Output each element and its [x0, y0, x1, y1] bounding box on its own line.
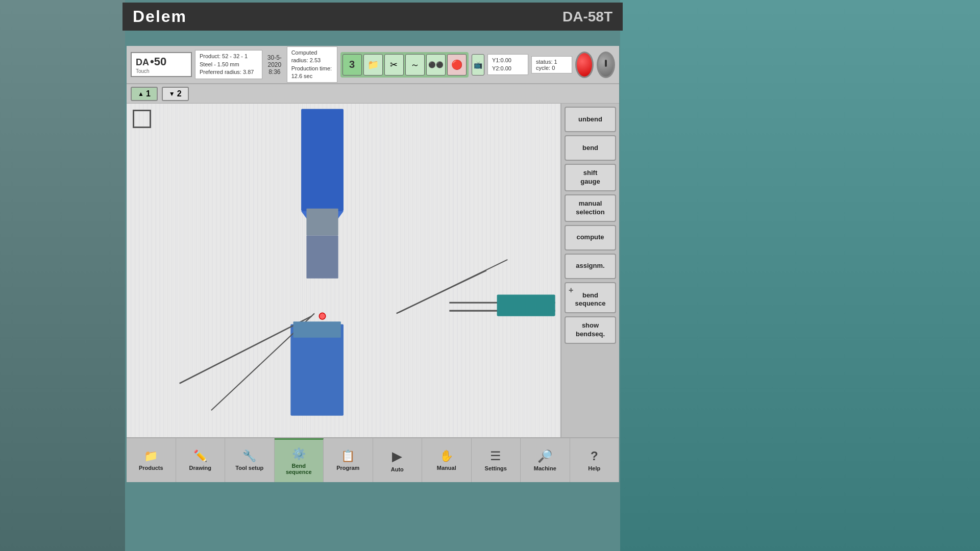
program-icon: 📋	[341, 449, 355, 463]
brand-title: Delem	[133, 7, 187, 26]
settings-icon: ☰	[490, 449, 501, 463]
power-button[interactable]	[597, 52, 615, 78]
machine-icon: 🔎	[537, 449, 553, 463]
step2-arrow: ▼	[169, 90, 175, 97]
product-info: Product: 52 - 32 - 1 Steel - 1.50 mm	[200, 53, 258, 68]
production-time: Production time: 12.6 sec	[291, 65, 333, 81]
shift-gauge-button[interactable]: shift gauge	[565, 164, 616, 191]
tab-program-label: Program	[336, 465, 359, 471]
tab-drawing-label: Drawing	[189, 465, 211, 471]
step-2-button[interactable]: ▼ 2	[162, 87, 189, 101]
tab-settings-label: Settings	[485, 465, 507, 471]
toolbar-btn-dots[interactable]: ⚫⚫	[426, 54, 446, 76]
tab-machine-label: Machine	[534, 465, 556, 471]
manual-selection-button[interactable]: manual selection	[565, 194, 616, 222]
help-icon: ?	[591, 449, 598, 463]
step2-label: 2	[177, 89, 182, 98]
time: 8:36	[265, 68, 284, 76]
product-info-block: Product: 52 - 32 - 1 Steel - 1.50 mm Pre…	[195, 50, 262, 79]
step-1-button[interactable]: ▲ 1	[131, 87, 158, 101]
svg-rect-2	[301, 109, 344, 211]
datetime-block: 30-5-2020 8:36	[265, 54, 284, 76]
bend-drawing-svg	[127, 104, 560, 437]
toolbar-btn-3[interactable]: 3	[342, 54, 362, 76]
toolbar-btn-folder[interactable]: 📁	[363, 54, 383, 76]
tab-tool-setup[interactable]: 🔧 Tool setup	[225, 438, 275, 482]
auto-icon: ▶	[392, 448, 402, 464]
fullscreen-icon[interactable]	[133, 110, 151, 128]
tool-setup-icon: 🔧	[242, 449, 256, 463]
y1-coord: Y1:0.00	[492, 57, 524, 64]
y2-coord: Y2:0.00	[492, 65, 524, 72]
computed-info-block: Computed radius: 2.53 Production time: 1…	[287, 46, 337, 83]
da-label: DA	[136, 57, 149, 68]
bend-sequence-button[interactable]: + bend sequence	[565, 282, 616, 314]
svg-rect-13	[306, 235, 338, 278]
products-icon: 📁	[144, 449, 158, 463]
step1-label: 1	[146, 89, 151, 98]
header-bar: DA •50 Touch Product: 52 - 32 - 1 Steel …	[127, 46, 619, 84]
bottom-tab-bar: 📁 Products ✏️ Drawing 🔧 Tool setup ⚙️ Be…	[127, 437, 619, 482]
tab-bend-sequence[interactable]: ⚙️ Bendsequence	[275, 438, 324, 482]
main-screen: DA •50 Touch Product: 52 - 32 - 1 Steel …	[127, 46, 619, 482]
show-bendseq-button[interactable]: show bendseq.	[565, 316, 616, 344]
model-title: DA-58T	[562, 9, 612, 25]
status: status: 1	[536, 59, 568, 65]
toolbar-btn-wave[interactable]: ～	[405, 54, 425, 76]
tab-settings[interactable]: ☰ Settings	[472, 438, 521, 482]
svg-rect-11	[497, 294, 555, 316]
computed-radius: Computed radius: 2.53	[291, 49, 333, 65]
da-block: DA •50 Touch	[131, 52, 192, 77]
tab-program[interactable]: 📋 Program	[324, 438, 373, 482]
manual-icon: ✋	[439, 449, 453, 463]
step1-arrow: ▲	[138, 90, 144, 97]
tab-products-label: Products	[139, 465, 163, 471]
tab-auto-label: Auto	[391, 466, 404, 472]
right-sidebar: unbend bend shift gauge manual selection…	[560, 104, 619, 437]
tab-manual[interactable]: ✋ Manual	[422, 438, 472, 482]
step-bar: ▲ 1 ▼ 2	[127, 84, 619, 104]
cycle: cycle: 0	[536, 65, 568, 71]
tab-auto[interactable]: ▶ Auto	[373, 438, 423, 482]
tab-help[interactable]: ? Help	[570, 438, 620, 482]
drawing-icon: ✏️	[193, 449, 207, 463]
toolbar-btn-record[interactable]: 🔴	[447, 54, 467, 76]
tab-bend-seq-label: Bendsequence	[286, 463, 312, 475]
toolbar-buttons: 3 📁 ✂ ～ ⚫⚫ 🔴	[340, 52, 469, 78]
tab-products[interactable]: 📁 Products	[127, 438, 176, 482]
bend-button[interactable]: bend	[565, 135, 616, 161]
tab-manual-label: Manual	[437, 465, 456, 471]
canvas-area	[127, 104, 560, 437]
date: 30-5-2020	[265, 54, 284, 68]
bend-seq-icon: ⚙️	[292, 447, 306, 461]
main-content: unbend bend shift gauge manual selection…	[127, 104, 619, 437]
left-machine-panel	[0, 0, 125, 551]
brand-bar: Delem DA-58T	[122, 3, 623, 31]
status-block: status: 1 cycle: 0	[531, 56, 572, 73]
compute-button[interactable]: compute	[565, 225, 616, 251]
da-touch: Touch	[136, 68, 187, 74]
tab-machine[interactable]: 🔎 Machine	[521, 438, 570, 482]
tab-drawing[interactable]: ✏️ Drawing	[176, 438, 226, 482]
emergency-stop-button[interactable]	[575, 52, 594, 78]
assignm-button[interactable]: assignm.	[565, 254, 616, 279]
y-coords-block: Y1:0.00 Y2:0.00	[487, 54, 528, 75]
toolbar-btn-screen[interactable]: 📺	[472, 54, 484, 76]
svg-rect-4	[290, 324, 344, 415]
unbend-button[interactable]: unbend	[565, 107, 616, 132]
svg-point-14	[319, 313, 325, 319]
right-machine-panel	[620, 0, 980, 551]
toolbar-btn-scissors[interactable]: ✂	[384, 54, 404, 76]
svg-rect-12	[306, 209, 338, 236]
svg-rect-15	[293, 321, 341, 338]
preferred-radius: Preferred radius: 3.87	[200, 68, 258, 76]
tab-help-label: Help	[588, 465, 600, 471]
tab-tool-setup-label: Tool setup	[235, 465, 263, 471]
da-number: •50	[150, 55, 166, 68]
plus-icon: +	[569, 285, 573, 296]
